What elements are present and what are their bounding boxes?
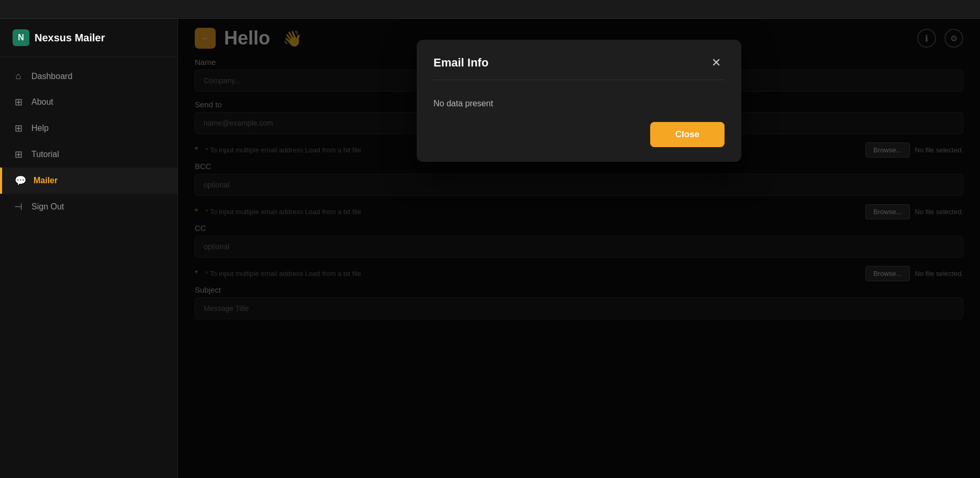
modal-overlay: Email Info ✕ No data present Close bbox=[178, 19, 980, 478]
app-layout: N Nexsus Mailer ⌂ Dashboard ⊞ About ⊞ He… bbox=[0, 19, 980, 478]
help-icon: ⊞ bbox=[13, 123, 24, 134]
sidebar-label-tutorial: Tutorial bbox=[31, 150, 59, 159]
tutorial-icon: ⊞ bbox=[13, 149, 24, 160]
sidebar-label-dashboard: Dashboard bbox=[31, 72, 72, 81]
modal-close-x-button[interactable]: ✕ bbox=[708, 54, 725, 71]
sidebar-label-mailer: Mailer bbox=[34, 176, 58, 185]
email-info-modal: Email Info ✕ No data present Close bbox=[417, 40, 741, 162]
modal-title: Email Info bbox=[433, 56, 488, 70]
modal-footer: Close bbox=[433, 122, 725, 147]
modal-close-button[interactable]: Close bbox=[650, 122, 725, 147]
sidebar-label-help: Help bbox=[31, 124, 49, 133]
sidebar-item-help[interactable]: ⊞ Help bbox=[0, 115, 177, 141]
app-name: Nexsus Mailer bbox=[35, 32, 105, 44]
sidebar-item-tutorial[interactable]: ⊞ Tutorial bbox=[0, 141, 177, 168]
sidebar-item-about[interactable]: ⊞ About bbox=[0, 89, 177, 115]
modal-body: No data present bbox=[433, 91, 725, 122]
sidebar-item-signout[interactable]: ⊣ Sign Out bbox=[0, 194, 177, 221]
sidebar-nav: ⌂ Dashboard ⊞ About ⊞ Help ⊞ Tutorial 💬 … bbox=[0, 57, 177, 478]
mailer-icon: 💬 bbox=[15, 175, 26, 186]
main-content: ← Hello 👋 ℹ ⚙ Name Send to bbox=[178, 19, 980, 478]
sidebar-item-dashboard[interactable]: ⌂ Dashboard bbox=[0, 63, 177, 89]
sidebar-label-signout: Sign Out bbox=[31, 202, 64, 212]
topbar bbox=[0, 0, 980, 19]
about-icon: ⊞ bbox=[13, 96, 24, 108]
sidebar: N Nexsus Mailer ⌂ Dashboard ⊞ About ⊞ He… bbox=[0, 19, 178, 478]
sidebar-label-about: About bbox=[31, 97, 53, 107]
logo-icon: N bbox=[13, 29, 29, 46]
sidebar-logo: N Nexsus Mailer bbox=[0, 19, 177, 57]
modal-body-text: No data present bbox=[433, 99, 493, 108]
signout-icon: ⊣ bbox=[13, 201, 24, 213]
home-icon: ⌂ bbox=[13, 71, 24, 82]
modal-header: Email Info ✕ bbox=[433, 54, 725, 80]
sidebar-item-mailer[interactable]: 💬 Mailer bbox=[0, 168, 177, 194]
